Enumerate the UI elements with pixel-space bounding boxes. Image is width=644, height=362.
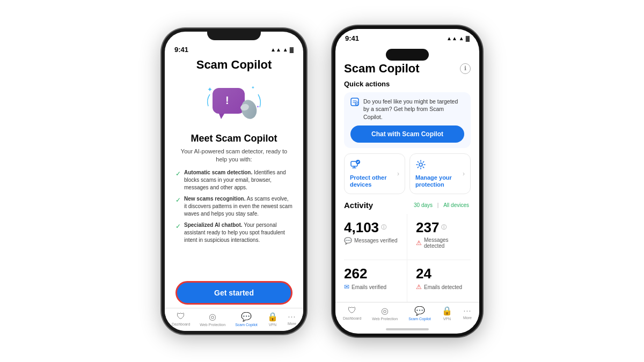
notch — [207, 28, 261, 40]
protect-devices-left: Protect otherdevices — [350, 159, 386, 188]
tab-label-webprotection-left: Web Protection — [200, 323, 225, 327]
tab-label-more-left: More — [288, 322, 296, 326]
scam-question-text: Do you feel like you might be targeted b… — [363, 98, 464, 121]
tab-label-webprotection-right: Web Protection — [372, 317, 398, 321]
messages-verified-icon: 💬 — [344, 237, 352, 245]
stat-number-emails-detected: 24 — [416, 265, 469, 282]
tab-more-left[interactable]: ··· More — [288, 312, 296, 326]
tab-webprotection-left[interactable]: ◎ Web Protection — [200, 312, 225, 327]
stat-messages-verified: 4,103 ⓘ 💬 Messages verified — [344, 214, 407, 260]
tab-scamcopilot-right[interactable]: 💬 Scam Copilot — [408, 306, 431, 321]
left-main-content: Scam Copilot — [165, 56, 303, 331]
quick-actions-title: Quick actions — [344, 80, 471, 88]
stat-label-messages-detected: ⚠ Messages detected — [416, 237, 469, 249]
feature-item-1: ✓ Automatic scam detection. Identifies a… — [175, 169, 292, 191]
vpn-icon-left: 🔒 — [267, 312, 278, 322]
status-icons-right: ▲▲ ▲ ▓ — [447, 35, 470, 41]
tab-webprotection-right[interactable]: ◎ Web Protection — [372, 306, 398, 321]
right-content-area: Scam Copilot ℹ Quick actions — [335, 62, 479, 302]
phones-container: 9:41 ▲▲ ▲ ▓ Scam Copilot — [162, 26, 482, 337]
tab-vpn-left[interactable]: 🔒 VPN — [267, 312, 278, 327]
stat-number-messages-detected: 237 ⓘ — [416, 219, 469, 236]
app-title-left: Scam Copilot — [175, 58, 292, 72]
left-content-area: Scam Copilot — [165, 56, 303, 308]
webprotection-icon-left: ◎ — [209, 312, 216, 322]
vpn-icon-right: 🔒 — [442, 306, 452, 316]
tab-vpn-right[interactable]: 🔒 VPN — [442, 306, 452, 321]
status-icons-left: ▲▲ ▲ ▓ — [270, 47, 294, 53]
manage-protection-icon — [415, 159, 452, 172]
feature-bold-3: Specialized AI chatbot. — [184, 222, 243, 228]
tab-bar-left: 🛡 Dashboard ◎ Web Protection 💬 Scam Copi… — [165, 308, 303, 331]
right-screen: 9:41 ▲▲ ▲ ▓ Scam Copilot ℹ — [335, 29, 479, 334]
features-list: ✓ Automatic scam detection. Identifies a… — [175, 169, 292, 280]
scamcopilot-icon-left: 💬 — [241, 312, 252, 322]
tab-label-more-right: More — [463, 316, 472, 320]
tab-dashboard-left[interactable]: 🛡 Dashboard — [172, 312, 190, 326]
stats-grid: 4,103 ⓘ 💬 Messages verified 237 — [344, 214, 471, 302]
tab-dashboard-right[interactable]: 🛡 Dashboard — [343, 306, 361, 320]
info-button[interactable]: ℹ — [460, 63, 471, 74]
stat-info-icon-2[interactable]: ⓘ — [441, 224, 447, 231]
check-icon-2: ✓ — [175, 196, 181, 205]
emails-detected-icon: ⚠ — [416, 283, 422, 291]
wifi-icon-left: ▲ — [283, 47, 288, 53]
protect-devices-icon — [350, 159, 386, 172]
scam-question: Do you feel like you might be targeted b… — [350, 98, 464, 121]
action-row: Protect otherdevices › — [344, 153, 471, 194]
tab-label-dashboard-right: Dashboard — [343, 316, 361, 320]
messages-detected-icon: ⚠ — [416, 239, 422, 247]
right-phone: 9:41 ▲▲ ▲ ▓ Scam Copilot ℹ — [332, 26, 482, 337]
tab-scamcopilot-left[interactable]: 💬 Scam Copilot — [235, 312, 258, 327]
feature-text-1: Automatic scam detection. Identifies and… — [184, 169, 292, 191]
activity-header: Activity 30 days | All devices — [344, 201, 471, 210]
signal-icon-right: ▲▲ — [447, 35, 457, 41]
check-icon-1: ✓ — [175, 169, 181, 179]
wifi-icon-right: ▲ — [459, 35, 464, 41]
right-main-content: Scam Copilot ℹ Quick actions — [335, 62, 479, 334]
svg-text:✦: ✦ — [207, 86, 213, 93]
home-bar — [386, 328, 429, 330]
dynamic-island — [386, 49, 429, 61]
tab-label-dashboard-left: Dashboard — [172, 322, 190, 326]
svg-text:✦: ✦ — [251, 85, 255, 90]
manage-protection-left: Manage yourprotection — [415, 159, 452, 188]
dashboard-icon-left: 🛡 — [177, 312, 185, 321]
chat-with-scam-copilot-button[interactable]: Chat with Scam Copilot — [350, 125, 464, 143]
filter-days: 30 days — [414, 202, 433, 208]
protect-devices-card[interactable]: Protect otherdevices › — [344, 153, 405, 194]
scamcopilot-icon-right: 💬 — [414, 306, 425, 316]
feature-text-2: New scams recognition. As scams evolve, … — [184, 195, 292, 218]
stat-number-messages-verified: 4,103 ⓘ — [344, 219, 398, 236]
stat-label-messages-verified: 💬 Messages verified — [344, 237, 398, 245]
tab-label-vpn-left: VPN — [269, 323, 276, 327]
manage-protection-card[interactable]: Manage yourprotection › — [409, 153, 471, 194]
app-header-right: Scam Copilot ℹ — [344, 62, 471, 76]
battery-icon-left: ▓ — [290, 47, 294, 53]
emails-verified-icon: ✉ — [344, 283, 349, 291]
filter-devices: All devices — [443, 202, 469, 208]
svg-text:✦: ✦ — [257, 105, 259, 108]
manage-protection-label: Manage yourprotection — [415, 174, 452, 188]
time-left: 9:41 — [174, 46, 188, 54]
protect-devices-label: Protect otherdevices — [350, 174, 386, 188]
app-title-right: Scam Copilot — [344, 62, 420, 76]
home-indicator — [335, 325, 479, 334]
tab-bar-right: 🛡 Dashboard ◎ Web Protection 💬 Scam Copi… — [335, 302, 479, 325]
svg-point-12 — [419, 163, 422, 166]
webprotection-icon-right: ◎ — [381, 306, 389, 316]
more-icon-left: ··· — [288, 312, 296, 321]
dashboard-icon-right: 🛡 — [348, 306, 356, 315]
meet-subtitle: Your AI-powered scam detector, ready to … — [175, 147, 292, 164]
feature-text-3: Specialized AI chatbot. Your personal as… — [184, 221, 292, 244]
stat-label-emails-verified: ✉ Emails verified — [344, 283, 398, 291]
tab-more-right[interactable]: ··· More — [463, 306, 472, 320]
hero-illustration: ✦ ✦ ✦ ! — [202, 78, 266, 127]
protect-devices-chevron: › — [397, 170, 399, 178]
stat-info-icon-1[interactable]: ⓘ — [381, 224, 386, 231]
left-screen: 9:41 ▲▲ ▲ ▓ Scam Copilot — [165, 32, 303, 331]
scam-question-icon — [350, 98, 359, 109]
signal-icon-left: ▲▲ — [270, 47, 281, 53]
activity-filter[interactable]: 30 days | All devices — [412, 202, 471, 208]
get-started-button[interactable]: Get started — [175, 281, 292, 305]
